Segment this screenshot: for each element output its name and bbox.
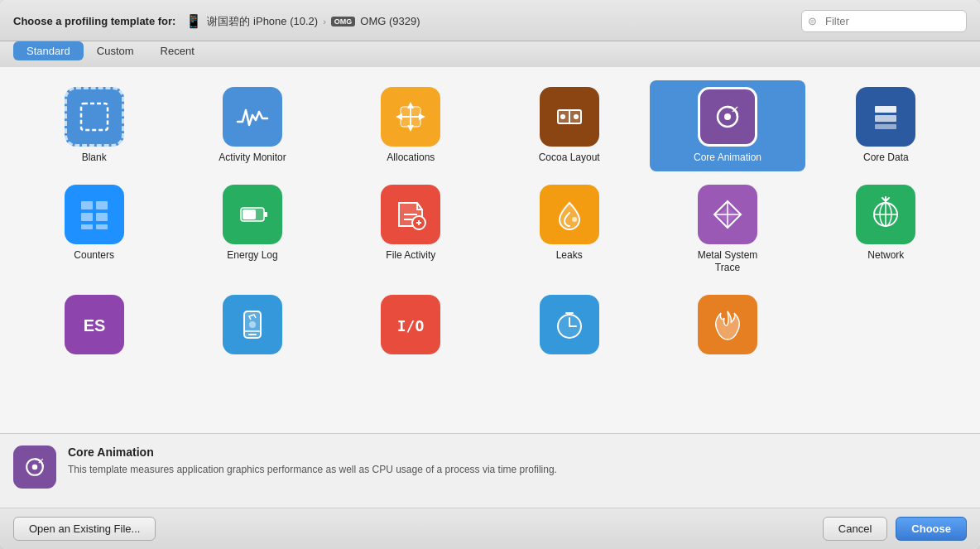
open-file-button[interactable]: Open an Existing File... <box>13 517 156 541</box>
cancel-button[interactable]: Cancel <box>823 517 887 541</box>
phone-icon-box <box>223 295 282 354</box>
svg-rect-19 <box>81 213 93 221</box>
svg-text:I/O: I/O <box>397 317 425 335</box>
svg-marker-6 <box>396 113 402 120</box>
svg-rect-15 <box>875 115 896 122</box>
svg-point-55 <box>32 465 38 470</box>
process-name: OMG (9329) <box>360 15 420 27</box>
leaks-label: Leaks <box>556 249 583 262</box>
template-energy-log[interactable]: Energy Log <box>175 178 329 282</box>
svg-point-47 <box>249 321 256 328</box>
template-phone[interactable] <box>175 288 329 366</box>
core-data-icon <box>856 87 915 147</box>
energy-log-label: Energy Log <box>227 249 277 262</box>
tab-standard[interactable]: Standard <box>13 41 84 60</box>
template-flame[interactable] <box>650 288 805 366</box>
cocoa-layout-label: Cocoa Layout <box>539 152 600 165</box>
svg-point-10 <box>560 114 565 119</box>
footer: Open an Existing File... Cancel Choose <box>0 508 980 549</box>
description-panel: Core Animation This template measures ap… <box>0 433 980 508</box>
file-activity-icon <box>381 185 440 244</box>
filter-icon: ⊜ <box>808 15 817 27</box>
counters-label: Counters <box>74 249 114 262</box>
description-text: Core Animation This template measures ap… <box>68 445 967 477</box>
core-animation-icon <box>698 87 757 147</box>
activity-monitor-icon <box>223 87 282 147</box>
dialog-title: Choose a profiling template for: <box>13 15 175 27</box>
timer-icon <box>540 295 599 354</box>
metal-system-trace-label: Metal System Trace <box>698 249 758 275</box>
io-icon: I/O <box>381 295 440 354</box>
device-name: 谢国碧的 iPhone (10.2) <box>207 14 318 29</box>
es-icon: ES <box>65 295 124 354</box>
svg-rect-24 <box>264 212 267 217</box>
tab-recent[interactable]: Recent <box>147 41 208 60</box>
flame-icon <box>698 295 757 354</box>
svg-marker-5 <box>407 125 414 132</box>
svg-marker-4 <box>407 102 414 108</box>
allocations-icon <box>381 87 440 147</box>
omg-badge: OMG <box>331 17 356 26</box>
svg-text:ES: ES <box>83 316 105 335</box>
template-io[interactable]: I/O <box>334 288 488 366</box>
footer-actions: Cancel Choose <box>823 517 967 541</box>
svg-rect-17 <box>81 201 93 209</box>
template-grid: Blank Activity Monitor <box>17 80 963 373</box>
template-blank[interactable]: Blank <box>17 80 171 171</box>
svg-rect-14 <box>875 106 896 113</box>
device-info: 📱 谢国碧的 iPhone (10.2) › OMG OMG (9329) <box>185 13 420 29</box>
selected-template-title: Core Animation <box>68 445 967 459</box>
template-counters[interactable]: Counters <box>17 178 171 282</box>
template-core-animation[interactable]: Core Animation <box>650 80 805 171</box>
svg-point-13 <box>724 113 731 120</box>
selected-template-icon <box>13 445 56 489</box>
allocations-label: Allocations <box>387 152 435 165</box>
svg-point-11 <box>574 114 579 119</box>
header: Choose a profiling template for: 📱 谢国碧的 … <box>0 0 980 41</box>
template-cocoa-layout[interactable]: Cocoa Layout <box>492 80 646 171</box>
device-icon: 📱 <box>185 13 202 29</box>
template-leaks[interactable]: Leaks <box>492 178 646 282</box>
chevron-icon: › <box>323 17 326 26</box>
filter-container: ⊜ <box>801 10 967 32</box>
template-core-data[interactable]: Core Data <box>809 80 963 171</box>
choose-button[interactable]: Choose <box>896 517 967 541</box>
filter-input[interactable] <box>801 10 967 32</box>
tab-custom[interactable]: Custom <box>84 41 147 60</box>
leaks-icon <box>540 185 599 244</box>
metal-system-trace-icon <box>698 185 757 244</box>
core-data-label: Core Data <box>863 152 909 165</box>
svg-rect-18 <box>96 201 108 209</box>
template-network[interactable]: Network <box>809 178 963 282</box>
template-file-activity[interactable]: File Activity <box>334 178 488 282</box>
network-icon <box>856 185 915 244</box>
template-es[interactable]: ES <box>17 288 171 366</box>
file-activity-label: File Activity <box>386 249 435 262</box>
svg-marker-7 <box>419 113 425 120</box>
blank-label: Blank <box>82 152 107 165</box>
tab-bar: Standard Custom Recent <box>0 41 980 67</box>
template-allocations[interactable]: Allocations <box>334 80 488 171</box>
svg-rect-20 <box>96 213 108 221</box>
network-label: Network <box>867 249 904 262</box>
svg-rect-16 <box>875 124 896 129</box>
filter-wrapper: ⊜ <box>801 10 967 32</box>
svg-rect-0 <box>81 104 108 130</box>
selected-template-description: This template measures application graph… <box>68 462 967 477</box>
cocoa-layout-icon <box>540 87 599 147</box>
svg-rect-25 <box>243 209 256 219</box>
template-metal-system-trace[interactable]: Metal System Trace <box>650 178 805 282</box>
template-activity-monitor[interactable]: Activity Monitor <box>175 80 329 171</box>
svg-rect-22 <box>96 224 108 229</box>
template-content: Blank Activity Monitor <box>0 67 980 433</box>
core-animation-label: Core Animation <box>694 152 761 165</box>
profiling-dialog: Choose a profiling template for: 📱 谢国碧的 … <box>0 0 980 549</box>
svg-rect-21 <box>81 224 93 229</box>
energy-log-icon <box>223 185 282 244</box>
svg-point-31 <box>572 217 577 222</box>
template-timer[interactable] <box>492 288 646 366</box>
blank-icon <box>65 87 124 147</box>
counters-icon <box>65 185 124 244</box>
activity-monitor-label: Activity Monitor <box>219 152 286 165</box>
